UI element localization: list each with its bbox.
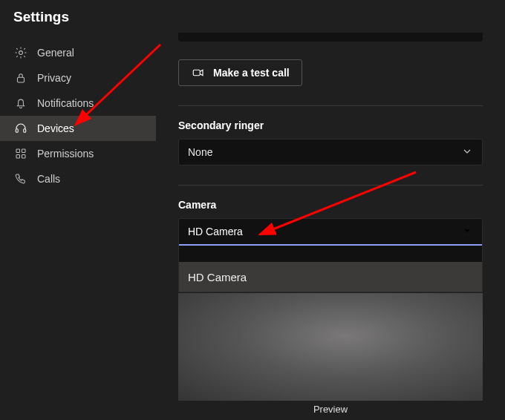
section-divider [178, 105, 483, 106]
sidebar-item-privacy[interactable]: Privacy [0, 65, 156, 91]
button-label: Make a test call [213, 67, 290, 79]
headset-icon [13, 121, 28, 136]
phone-icon [13, 171, 28, 186]
svg-rect-7 [22, 155, 26, 159]
camera-select-current[interactable]: HD Camera [179, 219, 482, 246]
svg-rect-6 [16, 155, 20, 159]
camera-option-hd[interactable]: HD Camera [179, 262, 482, 292]
sidebar-item-permissions[interactable]: Permissions [0, 141, 156, 166]
camera-select-open[interactable]: HD Camera HD Camera [178, 218, 483, 292]
sidebar-item-label: Devices [37, 122, 74, 134]
camera-preview-wrap: Preview [178, 293, 483, 415]
secondary-ringer-select[interactable]: None [178, 139, 483, 165]
sidebar-item-general[interactable]: General [0, 40, 156, 65]
select-value: None [188, 146, 212, 158]
settings-main: Make a test call Secondary ringer None C… [156, 33, 505, 419]
camera-preview [178, 293, 483, 401]
sidebar-item-label: Notifications [37, 97, 94, 109]
sidebar-item-notifications[interactable]: Notifications [0, 91, 156, 116]
grid-icon [13, 146, 28, 161]
chevron-down-icon [461, 145, 473, 160]
svg-rect-5 [22, 149, 26, 153]
svg-rect-4 [16, 149, 20, 153]
camera-label: Camera [178, 199, 492, 211]
lock-icon [13, 70, 28, 85]
sidebar-item-devices[interactable]: Devices [0, 116, 156, 141]
sidebar-item-label: Calls [37, 173, 60, 185]
gear-icon [13, 45, 28, 60]
make-test-call-button[interactable]: Make a test call [178, 59, 302, 86]
svg-rect-8 [193, 70, 200, 76]
previous-select-stub[interactable] [178, 33, 483, 42]
svg-rect-3 [24, 129, 26, 133]
page-title: Settings [13, 9, 492, 25]
option-label: HD Camera [188, 271, 247, 283]
sidebar-item-label: Privacy [37, 72, 71, 84]
camera-preview-label: Preview [178, 401, 483, 415]
sidebar-item-label: General [37, 47, 74, 59]
svg-rect-2 [16, 129, 18, 133]
section-divider [178, 185, 483, 186]
sidebar-item-label: Permissions [37, 148, 94, 160]
chevron-down-icon [461, 225, 473, 239]
settings-sidebar: General Privacy Notifications Devices Pe [0, 33, 156, 419]
bell-icon [13, 96, 28, 111]
select-value: HD Camera [188, 226, 243, 237]
svg-point-0 [19, 51, 23, 55]
secondary-ringer-label: Secondary ringer [178, 119, 492, 131]
sidebar-item-calls[interactable]: Calls [0, 166, 156, 191]
video-call-icon [191, 65, 206, 80]
svg-rect-1 [18, 77, 25, 82]
